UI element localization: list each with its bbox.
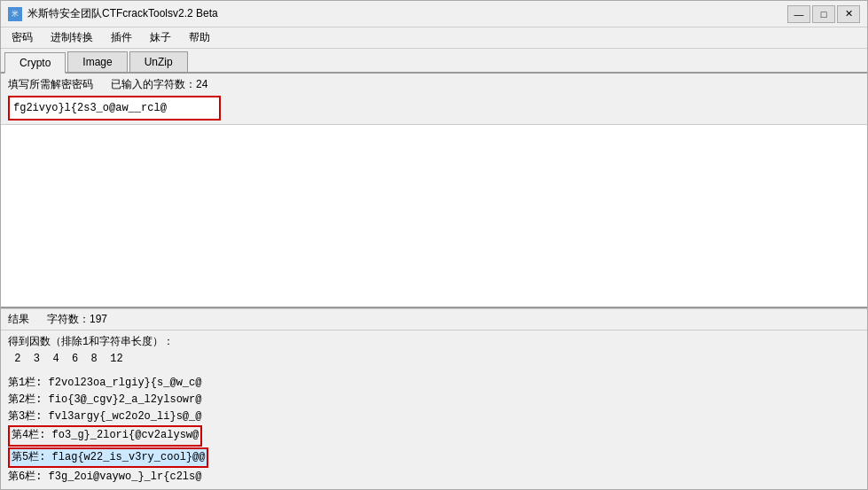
- menu-chajian[interactable]: 插件: [104, 28, 139, 47]
- tabs-bar: Crypto Image UnZip: [1, 49, 867, 74]
- main-window: 米 米斯特安全团队CTFcrackToolsv2.2 Beta — □ ✕ 密码…: [0, 0, 868, 490]
- result-col3: 第3栏: fvl3argy{_wc2o2o_li}s@_@: [8, 408, 860, 425]
- menu-bangzhu[interactable]: 帮助: [182, 28, 217, 47]
- results-char-count: 字符数：197: [47, 312, 107, 327]
- results-header: 结果 字符数：197: [1, 308, 867, 331]
- close-button[interactable]: ✕: [837, 5, 860, 23]
- result-col5: 第5栏: flag{w22_is_v3ry_cool}@@: [8, 447, 208, 468]
- result-col1: 第1栏: f2vol23oa_rlgiy}{s_@w_c@: [8, 375, 860, 392]
- result-factors-line: 2 3 4 6 8 12: [8, 351, 860, 368]
- menu-meizi[interactable]: 妹子: [143, 28, 178, 47]
- input-section: 填写所需解密密码 已输入的字符数：24: [1, 74, 867, 125]
- gap-line: [8, 368, 860, 375]
- result-col4: 第4栏: fo3_g}_2lori{@cv2alysw@: [8, 425, 202, 446]
- input-label-row: 填写所需解密密码 已输入的字符数：24: [8, 77, 860, 92]
- main-content-area: [1, 125, 867, 308]
- menu-bar: 密码 进制转换 插件 妹子 帮助: [1, 27, 867, 49]
- char-count-label: 已输入的字符数：24: [111, 77, 207, 92]
- results-label: 结果: [8, 312, 29, 327]
- input-placeholder-label: 填写所需解密密码: [8, 77, 93, 92]
- window-title: 米斯特安全团队CTFcrackToolsv2.2 Beta: [27, 6, 787, 21]
- maximize-button[interactable]: □: [812, 5, 835, 23]
- result-col6: 第6栏: f3g_2oi@vaywo_}_lr{c2ls@: [8, 469, 860, 486]
- tab-image[interactable]: Image: [67, 51, 127, 72]
- minimize-button[interactable]: —: [787, 5, 810, 23]
- results-section: 结果 字符数：197 得到因数（排除1和字符串长度）： 2 3 4 6 8 12…: [1, 308, 867, 490]
- menu-jingzhi[interactable]: 进制转换: [43, 28, 100, 47]
- result-col2: 第2栏: fio{3@_cgv}2_a_l2ylsowr@: [8, 392, 860, 408]
- menu-mima[interactable]: 密码: [4, 28, 40, 47]
- password-input[interactable]: [8, 96, 221, 121]
- window-controls: — □ ✕: [787, 5, 860, 23]
- title-bar: 米 米斯特安全团队CTFcrackToolsv2.2 Beta — □ ✕: [1, 1, 867, 27]
- result-intro-line: 得到因数（排除1和字符串长度）：: [8, 334, 860, 351]
- results-content: 得到因数（排除1和字符串长度）： 2 3 4 6 8 12 第1栏: f2vol…: [1, 331, 867, 490]
- tab-crypto[interactable]: Crypto: [4, 52, 66, 74]
- app-icon: 米: [8, 7, 22, 21]
- tab-unzip[interactable]: UnZip: [129, 51, 188, 72]
